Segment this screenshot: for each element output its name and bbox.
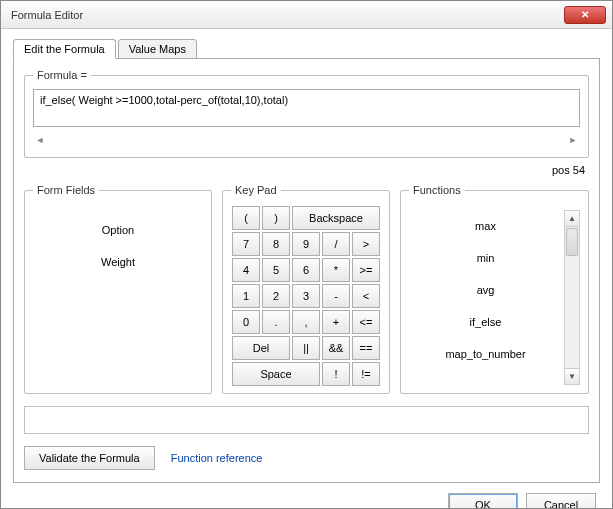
- status-box: [24, 406, 589, 434]
- chevron-down-icon: ▼: [568, 372, 576, 381]
- keypad-button-9[interactable]: 9: [292, 232, 320, 256]
- tab-page-edit: Formula = ◄ ► pos 54 Form Fields Option …: [13, 58, 600, 483]
- keypad-button-and[interactable]: &&: [322, 336, 350, 360]
- bottom-row: Validate the Formula Function reference: [24, 446, 589, 470]
- keypad-button-8[interactable]: 8: [262, 232, 290, 256]
- ok-button[interactable]: OK: [448, 493, 518, 509]
- keypad-button-not[interactable]: !: [322, 362, 350, 386]
- formula-section: Formula = ◄ ► pos 54: [24, 69, 589, 176]
- scroll-up-button[interactable]: ▲: [565, 211, 579, 227]
- form-fields-fieldset: Form Fields Option Weight: [24, 184, 212, 394]
- keypad-fieldset: Key Pad ( ) Backspace 7 8 9 / > 4 5 6 * …: [222, 184, 390, 394]
- tab-label: Edit the Formula: [24, 43, 105, 55]
- functions-fieldset: Functions max min avg if_else map_to_num…: [400, 184, 589, 394]
- keypad-button-space[interactable]: Space: [232, 362, 320, 386]
- tab-value-maps[interactable]: Value Maps: [118, 39, 197, 59]
- function-item[interactable]: if_else: [409, 306, 562, 338]
- keypad-button-5[interactable]: 5: [262, 258, 290, 282]
- function-item[interactable]: min: [409, 242, 562, 274]
- formula-legend: Formula =: [33, 69, 91, 81]
- keypad-grid: ( ) Backspace 7 8 9 / > 4 5 6 * >= 1 2 3: [231, 204, 381, 386]
- keypad-button-1[interactable]: 1: [232, 284, 260, 308]
- formula-fieldset: Formula = ◄ ►: [24, 69, 589, 158]
- tab-edit-formula[interactable]: Edit the Formula: [13, 39, 116, 59]
- dialog-buttons: OK Cancel: [13, 493, 600, 509]
- functions-scrollbar[interactable]: ▲ ▼: [564, 210, 580, 385]
- caret-position-label: pos 54: [24, 164, 585, 176]
- keypad-button-7[interactable]: 7: [232, 232, 260, 256]
- function-item[interactable]: max: [409, 210, 562, 242]
- keypad-button-3[interactable]: 3: [292, 284, 320, 308]
- keypad-button-6[interactable]: 6: [292, 258, 320, 282]
- functions-legend: Functions: [409, 184, 465, 196]
- keypad-button-minus[interactable]: -: [322, 284, 350, 308]
- tab-label: Value Maps: [129, 43, 186, 55]
- tab-strip: Edit the Formula Value Maps: [13, 37, 600, 59]
- scroll-down-button[interactable]: ▼: [565, 368, 579, 384]
- close-button[interactable]: ✕: [564, 6, 606, 24]
- keypad-button-rparen[interactable]: ): [262, 206, 290, 230]
- keypad-button-lte[interactable]: <=: [352, 310, 380, 334]
- keypad-button-lt[interactable]: <: [352, 284, 380, 308]
- keypad-button-2[interactable]: 2: [262, 284, 290, 308]
- keypad-button-multiply[interactable]: *: [322, 258, 350, 282]
- middle-row: Form Fields Option Weight Key Pad ( ) Ba…: [24, 184, 589, 394]
- keypad-button-comma[interactable]: ,: [292, 310, 320, 334]
- scroll-right-button[interactable]: ►: [566, 133, 580, 147]
- keypad-legend: Key Pad: [231, 184, 281, 196]
- window-title: Formula Editor: [11, 9, 564, 21]
- client-area: Edit the Formula Value Maps Formula = ◄ …: [1, 29, 612, 509]
- form-fields-legend: Form Fields: [33, 184, 99, 196]
- keypad-button-plus[interactable]: +: [322, 310, 350, 334]
- keypad-button-0[interactable]: 0: [232, 310, 260, 334]
- functions-list: max min avg if_else map_to_number: [409, 210, 562, 385]
- validate-button[interactable]: Validate the Formula: [24, 446, 155, 470]
- keypad-button-dot[interactable]: .: [262, 310, 290, 334]
- form-fields-list: Option Weight: [33, 204, 203, 298]
- form-field-item[interactable]: Weight: [37, 256, 199, 268]
- scroll-thumb[interactable]: [566, 228, 578, 256]
- cancel-button[interactable]: Cancel: [526, 493, 596, 509]
- keypad-button-backspace[interactable]: Backspace: [292, 206, 380, 230]
- form-field-item[interactable]: Option: [37, 224, 199, 236]
- keypad-button-or[interactable]: ||: [292, 336, 320, 360]
- keypad-button-4[interactable]: 4: [232, 258, 260, 282]
- keypad-button-gte[interactable]: >=: [352, 258, 380, 282]
- keypad-button-neq[interactable]: !=: [352, 362, 380, 386]
- keypad-button-gt[interactable]: >: [352, 232, 380, 256]
- function-item[interactable]: avg: [409, 274, 562, 306]
- scroll-left-button[interactable]: ◄: [33, 133, 47, 147]
- function-item[interactable]: map_to_number: [409, 338, 562, 370]
- keypad-button-lparen[interactable]: (: [232, 206, 260, 230]
- title-bar: Formula Editor ✕: [1, 1, 612, 29]
- formula-hscroll: ◄ ►: [33, 133, 580, 147]
- chevron-up-icon: ▲: [568, 214, 576, 223]
- keypad-button-eq[interactable]: ==: [352, 336, 380, 360]
- formula-input[interactable]: [33, 89, 580, 127]
- chevron-left-icon: ◄: [36, 135, 45, 145]
- chevron-right-icon: ►: [569, 135, 578, 145]
- function-reference-link[interactable]: Function reference: [171, 452, 263, 464]
- keypad-button-divide[interactable]: /: [322, 232, 350, 256]
- keypad-button-del[interactable]: Del: [232, 336, 290, 360]
- close-icon: ✕: [581, 9, 589, 20]
